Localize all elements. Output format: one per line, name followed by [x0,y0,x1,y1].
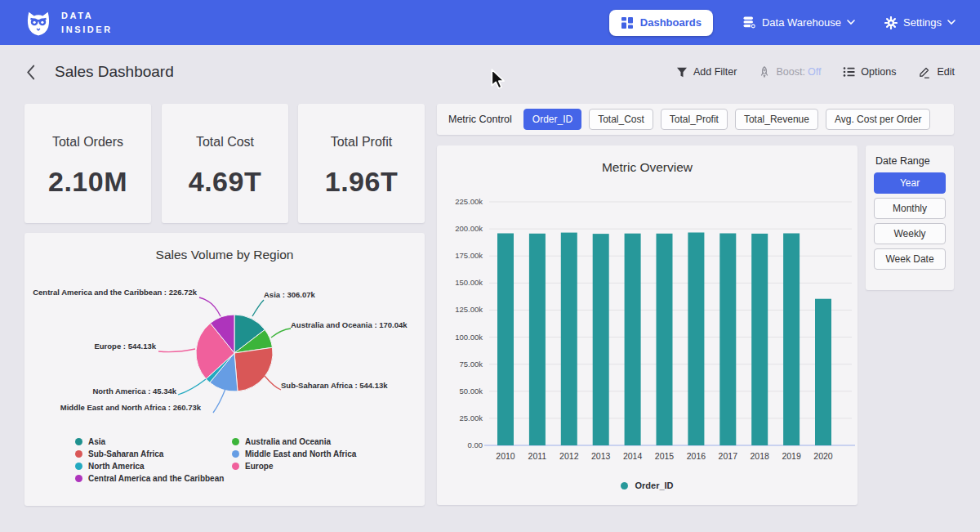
pie-callout-line [178,379,206,395]
boost-label: Boost: [776,66,804,78]
date-range-monthly-button[interactable]: Monthly [874,198,946,219]
back-arrow-icon[interactable] [25,65,36,80]
chevron-down-icon [947,20,956,25]
x-axis-tick: 2014 [623,451,643,461]
list-options-icon [843,66,855,78]
bar-legend-label: Order_ID [635,481,673,490]
pie-slice-label: Asia : 306.07k [264,290,315,299]
filter-funnel-icon [676,67,688,78]
nav-data-warehouse[interactable]: Data Warehouse [742,16,855,29]
brand-logo[interactable]: DATA INSIDER [24,9,113,37]
date-range-panel: Date Range Year Monthly Weekly Week Date [866,145,954,290]
pie-chart: Asia : 306.07kAustralia and Oceania : 17… [24,270,425,437]
options-button[interactable]: Options [843,66,896,78]
nav-dashboards-label: Dashboards [640,16,702,29]
pie-callout-line [199,297,220,316]
y-axis-tick: 125.00k [455,305,483,314]
x-axis-tick: 2011 [528,451,547,461]
pie-legend-item[interactable]: Australia and Oceania [232,437,356,446]
brand-line-1: DATA [61,9,113,23]
options-label: Options [861,66,896,78]
metric-overview-card: Metric Overview 0.0025.00k50.00k75.00k10… [437,145,858,505]
pie-slice-label: Middle East and North Africa : 260.73k [60,403,201,412]
metric-control-label: Metric Control [448,114,512,125]
bar-chart-svg: 0.0025.00k50.00k75.00k100.00k125.00k150.… [437,194,858,468]
database-icon [742,16,756,29]
bar-2016[interactable] [688,233,704,446]
bar-2019[interactable] [783,234,800,446]
x-axis-tick: 2017 [719,451,738,461]
pie-slice-label: Australia and Oceania : 170.04k [291,320,408,329]
x-axis-tick: 2012 [559,451,579,461]
pie-legend: AsiaAustralia and OceaniaSub-Saharan Afr… [75,437,356,483]
pie-legend-item[interactable]: Central America and the Caribbean [75,474,232,483]
legend-label: Asia [88,437,105,446]
metric-chip-total-revenue[interactable]: Total_Revenue [735,109,818,130]
pie-legend-item[interactable]: Sub-Saharan Africa [75,449,232,458]
legend-label: North America [88,462,145,471]
boost-toggle[interactable]: Boost: Off [759,66,821,78]
y-axis-tick: 75.00k [459,360,483,369]
x-axis-tick: 2016 [687,451,706,461]
metric-control-bar: Metric Control Order_ID Total_Cost Total… [437,104,954,135]
pie-legend-item[interactable]: North America [75,462,232,471]
legend-dot [621,482,628,490]
date-range-label: Date Range [866,145,954,168]
brand-text: DATA INSIDER [61,9,113,36]
bar-2017[interactable] [719,234,736,446]
x-axis-tick: 2010 [496,451,515,461]
edit-label: Edit [937,66,955,78]
date-range-week-date-button[interactable]: Week Date [874,248,946,270]
kpi-label: Total Cost [162,135,288,150]
add-filter-button[interactable]: Add Filter [676,66,737,78]
bar-chart-legend: Order_ID [437,481,858,490]
bar-2013[interactable] [593,234,609,445]
bar-2011[interactable] [529,234,546,445]
boost-value: Off [808,66,821,78]
y-axis-tick: 50.00k [459,387,483,396]
bar-2020[interactable] [815,299,831,445]
rocket-icon [759,66,770,78]
y-axis-tick: 225.00k [455,197,483,206]
legend-label: Central America and the Caribbean [88,474,224,483]
bar-2018[interactable] [751,234,768,445]
gear-icon [884,16,898,29]
legend-dot [232,463,239,470]
pie-chart-title: Sales Volume by Region [24,233,425,262]
sales-dashboard-app: DATA INSIDER Dashboards [0,0,980,532]
x-axis-tick: 2020 [813,451,833,461]
bar-2012[interactable] [561,233,577,445]
edit-button[interactable]: Edit [918,65,955,78]
nav-settings-label: Settings [903,16,942,29]
pie-legend-item[interactable]: Europe [232,462,356,471]
nav-settings[interactable]: Settings [884,16,956,29]
pie-legend-item[interactable]: Middle East and North Africa [232,449,356,458]
legend-dot [75,475,82,482]
kpi-label: Total Orders [24,135,151,150]
date-range-year-button[interactable]: Year [874,172,946,194]
nav-dashboards-button[interactable]: Dashboards [609,10,713,36]
y-axis-tick: 100.00k [455,333,483,342]
bar-2014[interactable] [625,234,641,445]
kpi-card-total-profit: Total Profit 1.96T [298,104,425,223]
metric-chip-total-cost[interactable]: Total_Cost [589,109,653,130]
x-axis-tick: 2019 [782,451,801,461]
page-title: Sales Dashboard [55,63,174,81]
pie-slice-label: Europe : 544.13k [94,342,156,351]
owl-logo-icon [24,9,52,37]
metric-chip-order-id[interactable]: Order_ID [523,109,581,130]
dashboard-grid-icon [621,16,634,29]
x-axis-tick: 2018 [751,451,770,461]
date-range-weekly-button[interactable]: Weekly [874,223,946,244]
bar-2015[interactable] [657,234,673,445]
pie-callout-line [265,376,281,390]
pie-slice-sub-saharan-africa[interactable] [234,347,273,391]
metric-chip-total-profit[interactable]: Total_Profit [661,109,728,130]
legend-dot [232,450,239,458]
top-nav-bar: DATA INSIDER Dashboards [0,0,980,45]
metric-chip-avg-cost[interactable]: Avg. Cost per Order [826,109,931,130]
pie-callout-line [158,349,195,352]
bar-2010[interactable] [497,234,514,446]
pie-legend-item[interactable]: Asia [75,437,232,446]
kpi-value: 1.96T [298,166,425,198]
